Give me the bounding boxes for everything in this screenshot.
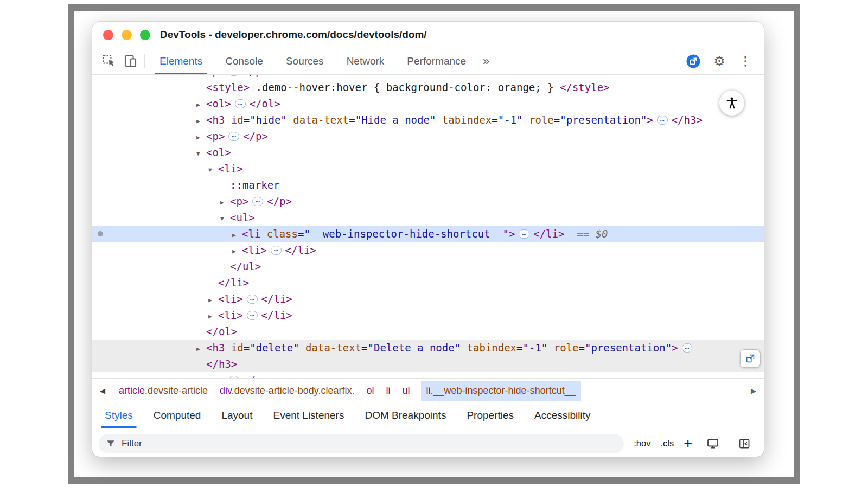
device-toolbar-button[interactable] (119, 51, 141, 72)
code-token: </style> (560, 81, 610, 93)
more-panels-button[interactable]: » (477, 48, 495, 74)
dom-node[interactable]: </h3> (92, 356, 764, 372)
rendering-emulation-button[interactable] (702, 433, 724, 454)
disclosure-expanded-icon[interactable]: ▼ (196, 146, 206, 162)
toolbar-divider (144, 54, 145, 68)
code-token: <h3 (206, 342, 225, 354)
tab-elements[interactable]: Elements (148, 48, 214, 74)
dom-node[interactable]: ▶<p>⋯</p> (92, 372, 764, 378)
dom-node[interactable]: ▼<ol> (92, 144, 764, 161)
dom-node-selected[interactable]: ▶<li class="__web-inspector-hide-shortcu… (92, 226, 764, 242)
code-token: "-1" (498, 114, 523, 126)
breadcrumb-item[interactable]: div.devsite-article-body.clearfix. (220, 385, 354, 396)
tab-sources[interactable]: Sources (275, 48, 335, 74)
dom-node[interactable]: <style> .demo--hover:hover { background-… (92, 79, 764, 95)
expand-ellipsis-button[interactable]: ⋯ (228, 132, 239, 141)
expand-ellipsis-button[interactable]: ⋯ (682, 343, 693, 353)
breadcrumb-item[interactable]: ul (403, 385, 410, 396)
toggle-sidebar-button[interactable] (733, 433, 755, 454)
expand-ellipsis-button[interactable]: ⋯ (228, 75, 239, 76)
tab-dom-breakpoints[interactable]: DOM Breakpoints (354, 403, 456, 428)
tab-accessibility[interactable]: Accessibility (524, 403, 601, 428)
disclosure-collapsed-icon[interactable]: ▶ (196, 130, 206, 146)
code-token: <li> (218, 293, 243, 305)
code-token: = (579, 342, 585, 354)
disclosure-collapsed-icon[interactable]: ▶ (196, 97, 206, 113)
disclosure-collapsed-icon[interactable]: ▶ (196, 374, 206, 378)
code-token: </li> (261, 309, 292, 321)
breadcrumb-scroll-left-button[interactable]: ◀ (92, 379, 113, 403)
more-options-menu-icon[interactable]: ⋮ (735, 51, 756, 72)
expand-ellipsis-button[interactable]: ⋯ (247, 311, 258, 320)
dom-node[interactable]: </ul> (92, 258, 764, 274)
expand-ellipsis-button[interactable]: ⋯ (519, 229, 529, 239)
disclosure-collapsed-icon[interactable]: ▶ (196, 113, 206, 130)
disclosure-collapsed-icon[interactable]: ▶ (208, 309, 218, 325)
disclosure-collapsed-icon[interactable]: ▶ (208, 292, 218, 309)
dom-node[interactable]: ▶<p>⋯</p> (92, 128, 764, 144)
breadcrumb-item[interactable]: article.devsite-article (119, 385, 208, 396)
expand-ellipsis-button[interactable]: ⋯ (252, 197, 263, 206)
expand-ellipsis-button[interactable]: ⋯ (228, 376, 239, 378)
expand-ellipsis-button[interactable]: ⋯ (247, 295, 258, 304)
breadcrumb-item[interactable]: li (386, 385, 391, 396)
tab-computed[interactable]: Computed (143, 403, 212, 428)
disclosure-collapsed-icon[interactable]: ▶ (232, 244, 242, 260)
dom-node[interactable]: ▶<h3 id="delete" data-text="Delete a nod… (92, 340, 764, 356)
tab-network[interactable]: Network (335, 48, 396, 74)
monitor-icon (706, 437, 719, 450)
code-token: <p> (230, 195, 248, 207)
dom-node[interactable]: ▶<ol>⋯</ol> (92, 95, 764, 112)
dom-node[interactable]: ▼<li> (92, 161, 764, 177)
dom-node[interactable]: ▶<li>⋯</li> (92, 291, 764, 307)
dock-side-icon (685, 53, 702, 70)
elements-tree-panel: ▶<p>⋯</p><style> .demo--hover:hover { ba… (92, 75, 764, 378)
breadcrumb-item[interactable]: li.__web-inspector-hide-shortcut__ (421, 381, 581, 401)
toggle-element-state-button[interactable]: :hov (634, 438, 650, 449)
dom-node[interactable]: </ol> (92, 323, 764, 340)
breadcrumb-item[interactable]: ol (367, 385, 374, 396)
inspect-element-button[interactable] (98, 51, 119, 72)
dom-node[interactable]: ▼<ul> (92, 209, 764, 226)
dom-node[interactable]: ▶<li>⋯</li> (92, 242, 764, 258)
disclosure-expanded-icon[interactable]: ▼ (220, 211, 230, 227)
tab-properties[interactable]: Properties (456, 403, 524, 428)
expand-ellipsis-button[interactable]: ⋯ (271, 246, 282, 255)
settings-gear-icon[interactable]: ⚙ (709, 51, 730, 72)
tab-performance[interactable]: Performance (395, 48, 477, 74)
code-token: <h3 (206, 114, 225, 126)
breadcrumb-scroll-right-button[interactable]: ▶ (743, 379, 764, 403)
disclosure-expanded-icon[interactable]: ▼ (208, 162, 218, 178)
code-token: <p> (206, 75, 225, 77)
dom-node[interactable]: ▶<li>⋯</li> (92, 307, 764, 323)
tab-console[interactable]: Console (214, 48, 275, 74)
styles-filter-input[interactable] (120, 438, 617, 450)
dom-node[interactable]: ▶<h3 id="hide" data-text="Hide a node" t… (92, 112, 764, 128)
dock-side-button[interactable] (682, 51, 704, 72)
close-window-button[interactable] (103, 30, 113, 40)
expand-ellipsis-button[interactable]: ⋯ (235, 99, 246, 108)
disclosure-collapsed-icon[interactable]: ▶ (196, 341, 206, 357)
code-token: <p> (206, 374, 225, 378)
inspect-cursor-icon (101, 54, 116, 68)
disclosure-collapsed-icon[interactable]: ▶ (232, 227, 242, 244)
scroll-into-view-button[interactable] (740, 349, 761, 368)
dom-node[interactable]: ::marker (92, 177, 764, 193)
dom-node[interactable]: ▶<p>⋯</p> (92, 75, 764, 79)
accessibility-overlay-button[interactable] (719, 91, 744, 116)
filter-field[interactable] (99, 434, 624, 453)
disclosure-collapsed-icon[interactable]: ▶ (220, 195, 230, 211)
dom-node[interactable]: </li> (92, 274, 764, 291)
tab-layout[interactable]: Layout (211, 403, 263, 428)
expand-ellipsis-button[interactable]: ⋯ (657, 116, 668, 125)
minimize-window-button[interactable] (122, 30, 132, 40)
code-token: ::marker (230, 179, 280, 191)
zoom-window-button[interactable] (140, 30, 150, 40)
new-style-rule-button[interactable]: + (684, 438, 692, 449)
code-token: > (647, 114, 653, 126)
dom-node[interactable]: ▶<p>⋯</p> (92, 193, 764, 209)
code-token: "__web-inspector-hide-shortcut__" (304, 228, 509, 240)
tab-styles[interactable]: Styles (94, 403, 143, 428)
element-classes-button[interactable]: .cls (660, 438, 674, 449)
tab-event-listeners[interactable]: Event Listeners (263, 403, 354, 428)
